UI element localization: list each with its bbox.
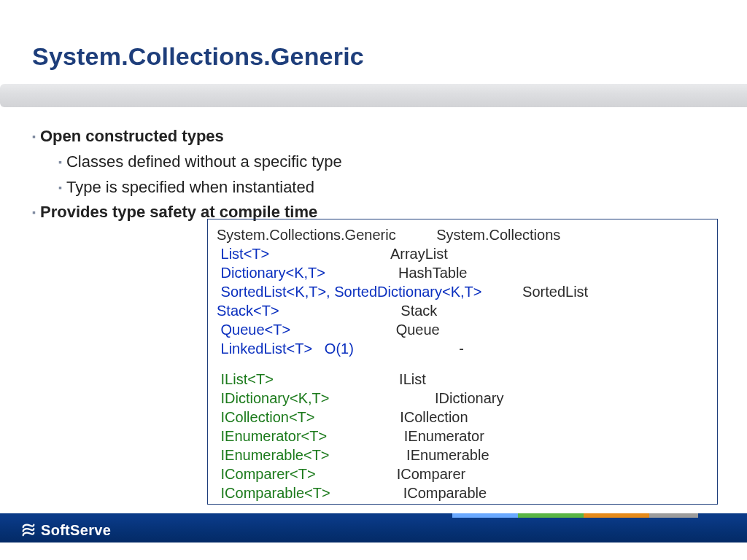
code-row: IComparable<T> IComparable [217,483,708,502]
footer-bar: SoftServe [0,518,747,542]
bullet-list: ▪ Open constructed types ▪ Classes defin… [29,125,718,227]
code-row: SortedList<K,T>, SortedDictionary<K,T> S… [217,282,708,301]
square-bullet-icon: ▪ [32,130,36,144]
code-row: Queue<T> Queue [217,320,708,339]
code-header-right: System.Collections [436,227,560,243]
title-underline-bar [0,84,747,107]
code-row: IEnumerator<T> IEnumerator [217,427,708,446]
code-header-row: System.Collections.Generic System.Collec… [217,225,708,244]
bullet-item: ▪ Type is specified when instantiated [29,176,718,199]
code-row: IComparer<T> IComparer [217,464,708,483]
bullet-item: ▪ Open constructed types [29,125,718,148]
bullet-text: Classes defined without a specific type [66,151,342,174]
code-row: Dictionary<K,T> HashTable [217,263,708,282]
code-row: IEnumerable<T> IEnumerable [217,446,708,464]
square-bullet-icon: ▪ [58,155,62,170]
code-row: IList<T> IList [217,370,708,389]
square-bullet-icon: ▪ [32,206,36,220]
slide: System.Collections.Generic ▪ Open constr… [0,0,747,560]
code-row: ICollection<T> ICollection [217,408,708,427]
bullet-text: Type is specified when instantiated [66,176,314,199]
slide-title: System.Collections.Generic [32,42,364,71]
code-row: IDictionary<K,T> IDictionary [217,389,708,408]
softserve-logo-icon [20,522,36,538]
code-row: Stack<T> Stack [217,301,708,320]
code-comparison-box: System.Collections.Generic System.Collec… [207,219,718,505]
square-bullet-icon: ▪ [58,181,62,195]
code-row: List<T> ArrayList [217,244,708,263]
brand-logo: SoftServe [20,522,111,539]
bullet-item: ▪ Classes defined without a specific typ… [29,151,718,174]
brand-name: SoftServe [41,522,111,539]
code-row: LinkedList<T> O(1) - [217,339,708,358]
code-spacer [217,358,708,370]
bullet-text: Open constructed types [40,125,224,148]
code-header-left: System.Collections.Generic [217,227,396,243]
